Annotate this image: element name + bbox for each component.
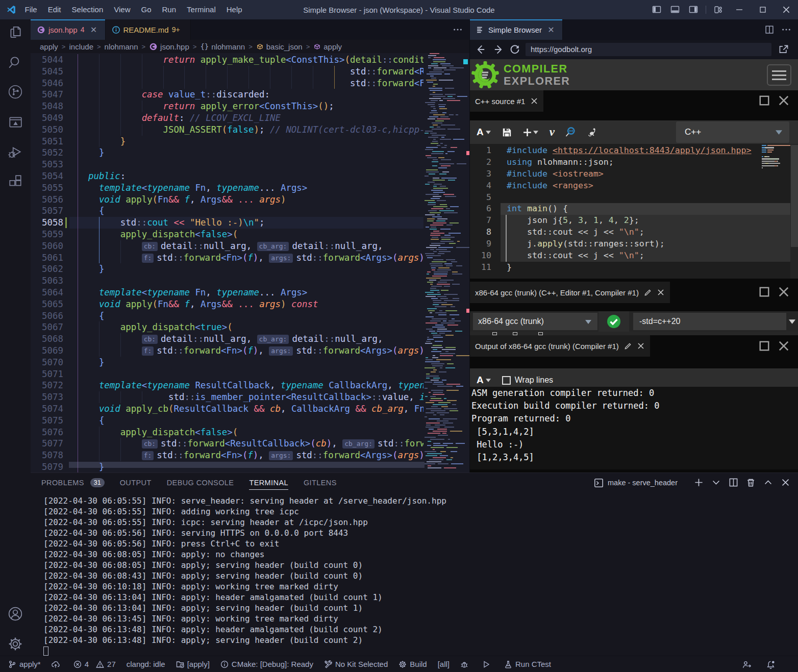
status-sync[interactable]: [49, 656, 65, 672]
status-cmake-status[interactable]: CMake: [Debug]: Ready: [218, 656, 316, 672]
status-cmake-target[interactable]: [all]: [435, 656, 452, 672]
editor-actions-more-icon[interactable]: [452, 19, 463, 40]
status-clangd[interactable]: clangd: idle: [124, 656, 168, 672]
tab-compiler[interactable]: x86-64 gcc (trunk) (C++, Editor #1, Comp…: [470, 282, 670, 303]
language-select[interactable]: C++: [676, 121, 789, 143]
maximize-panel-icon[interactable]: [763, 478, 774, 488]
open-external-icon[interactable]: [778, 44, 789, 55]
menu-help[interactable]: Help: [221, 0, 247, 19]
hamburger-menu-icon[interactable]: [767, 64, 791, 86]
breadcrumb-item[interactable]: apply: [40, 42, 58, 51]
status-notifications[interactable]: [764, 656, 781, 672]
reload-icon[interactable]: [509, 44, 520, 55]
panel-tab-terminal[interactable]: TERMINAL: [249, 473, 288, 492]
compiler-options-input[interactable]: -std=c++20: [633, 313, 786, 330]
menu-selection[interactable]: Selection: [66, 0, 109, 19]
menu-go[interactable]: Go: [136, 0, 157, 19]
close-pane-icon[interactable]: [778, 95, 789, 106]
panel-tab-gitlens[interactable]: GITLENS: [304, 473, 337, 492]
layout-secondary-sidebar-icon[interactable]: [689, 5, 698, 14]
status-cmake-project[interactable]: [apply]: [173, 656, 212, 672]
close-icon[interactable]: [657, 288, 665, 296]
terminal[interactable]: [2022-04-30 06:05:55] INFO: serve_header…: [43, 495, 788, 656]
breadcrumb-item[interactable]: nlohmann: [105, 42, 138, 51]
font-size-icon[interactable]: A: [477, 375, 484, 386]
wrap-lines-checkbox[interactable]: [502, 376, 511, 385]
horizontal-scrollbar[interactable]: [69, 462, 425, 468]
maximize-pane-icon[interactable]: [759, 340, 770, 352]
new-terminal-icon[interactable]: [694, 478, 704, 488]
layout-sidebar-icon[interactable]: [652, 5, 661, 14]
close-icon[interactable]: [530, 97, 538, 105]
close-window-icon[interactable]: [775, 0, 798, 19]
tab-cpp-source[interactable]: C++ source #1: [470, 90, 543, 112]
close-pane-icon[interactable]: [778, 340, 789, 352]
tab-output[interactable]: Output of x86-64 gcc (trunk) (Compiler #…: [470, 335, 650, 357]
cat-icon[interactable]: [586, 127, 597, 137]
url-input[interactable]: https://godbolt.org: [526, 43, 771, 56]
kill-terminal-icon[interactable]: [746, 478, 756, 488]
code-editor[interactable]: 5044return apply_make_tuple<ConstThis>(d…: [31, 53, 469, 472]
status-cmake-kit[interactable]: No Kit Selected: [321, 656, 390, 672]
activity-source-control-icon[interactable]: [8, 84, 23, 99]
breadcrumb[interactable]: apply>include>nlohmann>json.hpp>{}nlohma…: [31, 40, 469, 53]
chevron-down-icon[interactable]: [789, 319, 795, 324]
save-icon[interactable]: [502, 128, 512, 137]
menu-file[interactable]: File: [19, 0, 42, 19]
status-cmake-build[interactable]: Build: [396, 656, 429, 672]
menu-terminal[interactable]: Terminal: [182, 0, 221, 19]
close-pane-icon[interactable]: [778, 286, 789, 297]
edit-pencil-icon[interactable]: [624, 342, 632, 350]
close-tab-icon[interactable]: ✕: [546, 24, 556, 35]
edit-pencil-icon[interactable]: [644, 289, 652, 296]
split-terminal-icon[interactable]: [729, 478, 739, 488]
activity-run-and-debug-icon[interactable]: [8, 144, 23, 159]
godbolt-source-editor[interactable]: 1#include <https://localhost:8443/apply/…: [470, 144, 798, 279]
panel-tab-problems[interactable]: PROBLEMS31: [41, 473, 105, 492]
add-new-icon[interactable]: [523, 128, 538, 137]
minimap[interactable]: [423, 53, 462, 472]
menu-run[interactable]: Run: [157, 0, 182, 19]
close-tab-icon[interactable]: ✕: [89, 24, 99, 35]
forward-icon[interactable]: [492, 44, 504, 55]
breadcrumb-item[interactable]: apply: [323, 42, 342, 51]
compiler-select[interactable]: x86-64 gcc (trunk): [473, 313, 597, 330]
panel-tab-debug-console[interactable]: DEBUG CONSOLE: [167, 473, 234, 492]
tab-json-hpp[interactable]: json.hpp4✕: [31, 19, 106, 40]
status-ctest[interactable]: Run CTest: [502, 656, 554, 672]
back-icon[interactable]: [476, 44, 487, 55]
status-problems[interactable]: 427: [71, 656, 118, 672]
tab-readme-md[interactable]: README.md9+: [106, 19, 191, 40]
activity-search-icon[interactable]: [8, 55, 23, 70]
minimize-icon[interactable]: [728, 0, 751, 19]
activity-settings-icon[interactable]: [8, 636, 23, 652]
panel-tab-output[interactable]: OUTPUT: [120, 473, 152, 492]
status-cmake-debug[interactable]: [458, 656, 474, 672]
breadcrumb-item[interactable]: include: [69, 42, 93, 51]
editor-actions-more-icon[interactable]: [781, 19, 792, 40]
status-cmake-launch[interactable]: [480, 656, 496, 672]
maximize-pane-icon[interactable]: [759, 286, 770, 297]
status-feedback[interactable]: [740, 656, 757, 672]
menu-edit[interactable]: Edit: [42, 0, 66, 19]
breadcrumb-item[interactable]: nlohmann: [211, 42, 245, 51]
zoom-icon[interactable]: [565, 127, 576, 138]
activity-extensions-icon[interactable]: [8, 174, 23, 189]
status-branch[interactable]: apply*: [6, 656, 43, 672]
close-icon[interactable]: [637, 342, 645, 350]
close-panel-icon[interactable]: [781, 478, 791, 488]
vim-icon[interactable]: v: [550, 126, 555, 139]
breadcrumb-item[interactable]: json.hpp: [160, 42, 189, 51]
layout-panel-icon[interactable]: [670, 5, 680, 14]
breadcrumb-item[interactable]: basic_json: [266, 42, 303, 51]
godbolt-editor-scrollbar[interactable]: [790, 144, 798, 279]
maximize-pane-icon[interactable]: [759, 95, 770, 106]
customize-layout-icon[interactable]: [714, 5, 723, 14]
activity-explorer-icon[interactable]: [8, 24, 23, 40]
menu-view[interactable]: View: [109, 0, 136, 19]
activity-accounts-icon[interactable]: [8, 606, 23, 621]
maximize-icon[interactable]: [751, 0, 775, 19]
split-editor-icon[interactable]: [764, 19, 775, 40]
font-size-icon[interactable]: A: [477, 127, 491, 138]
tab-simple-browser[interactable]: Simple Browser✕: [470, 19, 563, 40]
